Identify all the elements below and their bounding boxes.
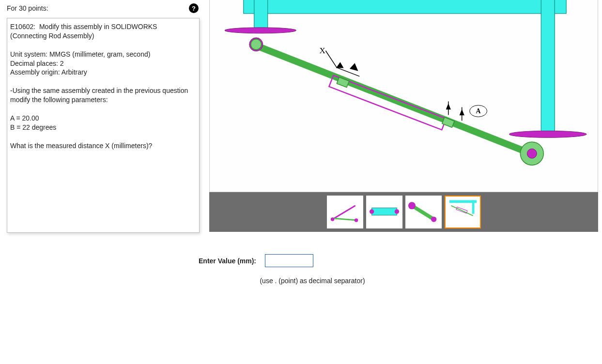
svg-marker-17 [350,64,357,71]
svg-marker-20 [447,104,450,109]
answer-hint: (use . (point) as decimal separator) [237,277,387,285]
svg-point-26 [354,218,358,222]
points-label: For 30 points: [7,4,48,12]
svg-point-29 [394,209,399,213]
dimension-x-label: X [319,46,325,55]
svg-point-8 [251,39,262,50]
svg-rect-2 [541,0,555,135]
svg-point-31 [408,202,415,209]
svg-point-32 [431,216,436,222]
figure-panel: X A [209,0,598,232]
svg-marker-21 [460,110,464,115]
svg-rect-1 [254,0,268,32]
dimension-a-label: A [476,107,481,115]
svg-rect-27 [371,208,397,215]
svg-point-25 [330,217,334,221]
help-icon[interactable]: ? [189,3,199,13]
thumbnail-4[interactable] [445,196,481,228]
svg-point-4 [509,131,587,137]
svg-point-10 [527,149,537,158]
answer-area: Enter Value (mm): (use . (point) as deci… [199,254,392,285]
thumbnail-2[interactable] [366,196,402,228]
svg-rect-34 [472,200,474,214]
thumbnail-1[interactable] [327,196,363,228]
svg-line-14 [325,51,337,68]
thumbnail-3[interactable] [405,196,442,228]
answer-label: Enter Value (mm): [199,257,256,265]
main-figure[interactable]: X A [209,0,598,192]
svg-point-3 [225,28,296,33]
svg-line-24 [333,218,356,220]
svg-line-30 [412,206,433,219]
svg-line-6 [261,47,534,154]
svg-marker-16 [337,63,343,68]
question-text: E10602: Modify this assembly in SOLIDWOR… [7,18,200,233]
svg-line-23 [332,206,355,219]
question-panel: For 30 points: ? E10602: Modify this ass… [7,1,200,233]
points-row: For 30 points: ? [7,1,200,15]
answer-input[interactable] [265,254,313,267]
svg-rect-0 [244,0,566,14]
thumbnail-bar [209,192,598,232]
svg-line-35 [451,206,473,216]
svg-point-28 [369,209,373,213]
